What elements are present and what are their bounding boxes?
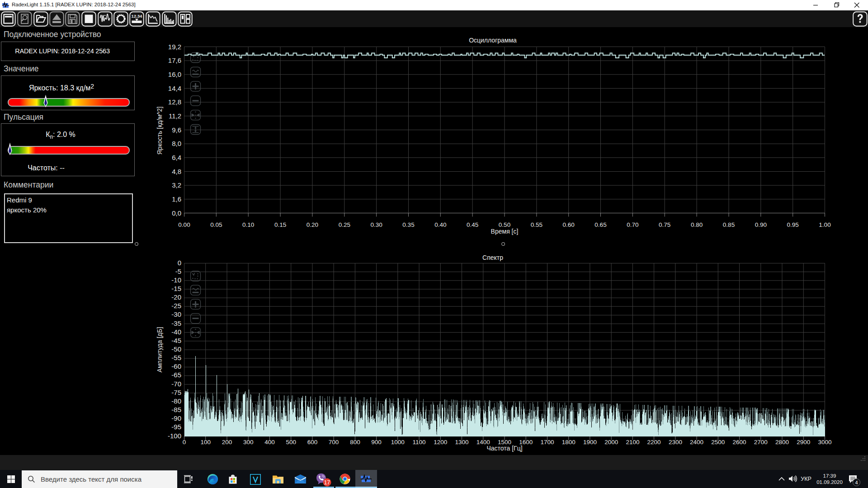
svg-text:2100: 2100	[626, 439, 639, 446]
svg-text:2200: 2200	[647, 439, 661, 446]
svg-text:500: 500	[286, 439, 296, 446]
svg-text:0.15: 0.15	[274, 221, 286, 228]
svg-text:Время [с]: Время [с]	[491, 228, 519, 235]
svg-text:2800: 2800	[775, 439, 789, 446]
svg-text:11,2: 11,2	[169, 112, 181, 120]
svg-text:0.55: 0.55	[531, 221, 542, 228]
svg-text:-55: -55	[171, 354, 181, 361]
svg-text:Частота [Гц]: Частота [Гц]	[486, 445, 522, 452]
svg-text:Осциллограмма: Осциллограмма	[469, 37, 517, 44]
svg-text:4: 4	[855, 480, 858, 485]
svg-text:0,0: 0,0	[172, 209, 181, 217]
svg-text:0.40: 0.40	[434, 221, 446, 228]
svg-text:-25: -25	[171, 302, 181, 310]
svg-text:-15: -15	[171, 285, 181, 292]
svg-text:-30: -30	[171, 310, 181, 318]
svg-text:Амплитуда [дБ]: Амплитуда [дБ]	[156, 327, 163, 373]
svg-text:2300: 2300	[669, 439, 682, 446]
svg-text:-50: -50	[171, 345, 181, 353]
svg-text:0.35: 0.35	[402, 221, 414, 228]
svg-text:-70: -70	[171, 380, 181, 388]
svg-text:100: 100	[200, 439, 211, 446]
svg-text:12,8: 12,8	[168, 98, 181, 106]
svg-text:-45: -45	[171, 337, 181, 344]
svg-text:0.05: 0.05	[210, 221, 222, 228]
svg-text:0.45: 0.45	[467, 221, 478, 228]
svg-text:0.60: 0.60	[563, 221, 575, 228]
svg-text:0.75: 0.75	[659, 221, 670, 228]
svg-text:4,8: 4,8	[172, 168, 181, 175]
svg-text:800: 800	[350, 439, 360, 446]
svg-text:0: 0	[178, 259, 181, 267]
svg-text:1,6: 1,6	[172, 195, 181, 203]
svg-text:6,4: 6,4	[172, 154, 181, 161]
svg-text:2500: 2500	[711, 439, 725, 446]
svg-text:Спектр: Спектр	[482, 254, 503, 261]
svg-text:-60: -60	[171, 362, 181, 370]
svg-text:1000: 1000	[391, 439, 405, 446]
svg-text:0.50: 0.50	[499, 221, 510, 228]
svg-text:0: 0	[183, 439, 186, 446]
svg-text:-5: -5	[175, 267, 181, 275]
svg-text:9,6: 9,6	[172, 126, 181, 134]
svg-text:1300: 1300	[455, 439, 468, 446]
svg-text:-95: -95	[171, 423, 181, 431]
svg-text:17,6: 17,6	[168, 56, 181, 64]
svg-text:2600: 2600	[733, 439, 746, 446]
svg-text:900: 900	[371, 439, 382, 446]
svg-text:0.00: 0.00	[178, 221, 190, 228]
svg-text:1700: 1700	[540, 439, 554, 446]
svg-text:0.20: 0.20	[307, 221, 318, 228]
svg-text:0.85: 0.85	[723, 221, 735, 228]
svg-text:19,2: 19,2	[168, 43, 181, 51]
svg-text:-90: -90	[171, 414, 181, 422]
svg-text:16,0: 16,0	[168, 70, 181, 78]
svg-text:1800: 1800	[562, 439, 576, 446]
svg-text:-80: -80	[171, 397, 181, 405]
svg-text:0.25: 0.25	[339, 221, 350, 228]
svg-text:-100: -100	[168, 432, 181, 440]
svg-text:-75: -75	[171, 389, 181, 396]
svg-text:0.95: 0.95	[787, 221, 799, 228]
svg-text:17: 17	[324, 479, 330, 486]
svg-text:Яркость [кд/м^2]: Яркость [кд/м^2]	[156, 107, 163, 155]
svg-text:700: 700	[329, 439, 339, 446]
svg-text:-85: -85	[171, 406, 181, 413]
svg-text:1200: 1200	[434, 439, 447, 446]
svg-text:2700: 2700	[754, 439, 768, 446]
svg-text:600: 600	[307, 439, 318, 446]
svg-text:2400: 2400	[690, 439, 703, 446]
svg-text:2900: 2900	[797, 439, 810, 446]
svg-text:-65: -65	[171, 371, 181, 379]
svg-text:2000: 2000	[604, 439, 618, 446]
svg-text:1100: 1100	[413, 439, 426, 446]
svg-text:-40: -40	[171, 328, 181, 336]
svg-text:3000: 3000	[818, 439, 831, 446]
svg-text:12.34: 12.34	[132, 14, 142, 19]
svg-text:0.70: 0.70	[627, 221, 638, 228]
svg-text:0.65: 0.65	[594, 221, 606, 228]
svg-text:1900: 1900	[583, 439, 597, 446]
svg-text:0.80: 0.80	[691, 221, 703, 228]
svg-text:300: 300	[243, 439, 254, 446]
svg-text:-35: -35	[171, 319, 181, 327]
svg-text:-20: -20	[171, 293, 181, 301]
svg-text:8,0: 8,0	[172, 140, 181, 147]
svg-text:400: 400	[264, 439, 275, 446]
svg-text:0.30: 0.30	[370, 221, 382, 228]
svg-text:200: 200	[222, 439, 232, 446]
svg-text:3,2: 3,2	[172, 181, 181, 189]
svg-text:1.00: 1.00	[819, 221, 830, 228]
svg-text:0.90: 0.90	[755, 221, 767, 228]
svg-text:0.10: 0.10	[242, 221, 254, 228]
svg-text:-10: -10	[171, 276, 181, 284]
svg-text:14,4: 14,4	[168, 84, 181, 92]
